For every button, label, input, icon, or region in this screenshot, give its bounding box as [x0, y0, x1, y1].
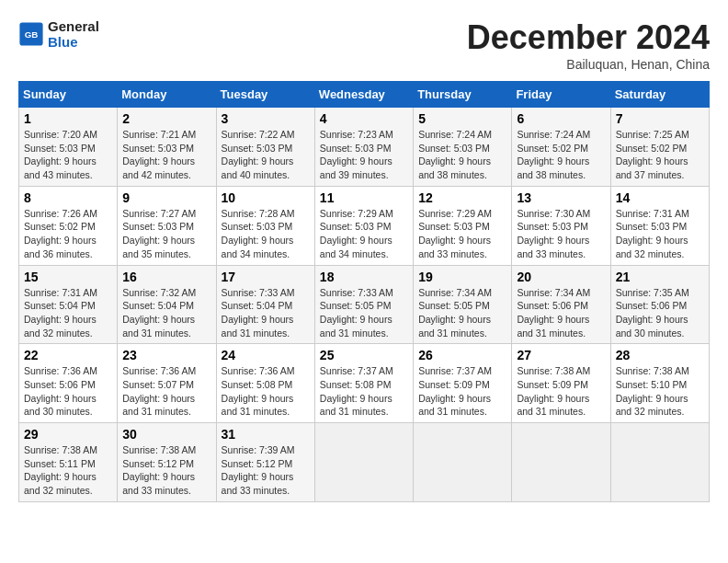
calendar-cell: 30 Sunrise: 7:38 AM Sunset: 5:12 PM Dayl… [118, 423, 216, 502]
day-number: 17 [222, 270, 310, 284]
calendar-cell: 1 Sunrise: 7:20 AM Sunset: 5:03 PM Dayli… [19, 108, 118, 187]
day-number: 4 [320, 111, 408, 126]
calendar-cell: 14 Sunrise: 7:31 AM Sunset: 5:03 PM Dayl… [610, 186, 709, 265]
day-info: Sunrise: 7:30 AM Sunset: 5:03 PM Dayligh… [517, 207, 605, 261]
day-number: 14 [616, 190, 704, 205]
col-header-thursday: Thursday [414, 82, 512, 108]
col-header-wednesday: Wednesday [314, 82, 413, 108]
calendar-cell: 20 Sunrise: 7:34 AM Sunset: 5:06 PM Dayl… [512, 265, 610, 344]
calendar-cell: 6 Sunrise: 7:24 AM Sunset: 5:02 PM Dayli… [512, 108, 610, 187]
day-number: 8 [24, 190, 112, 205]
logo: GB General Blue [18, 18, 99, 50]
col-header-tuesday: Tuesday [216, 82, 314, 108]
day-info: Sunrise: 7:27 AM Sunset: 5:03 PM Dayligh… [122, 207, 210, 261]
day-info: Sunrise: 7:34 AM Sunset: 5:06 PM Dayligh… [517, 286, 605, 340]
day-number: 24 [222, 348, 310, 362]
calendar-cell: 10 Sunrise: 7:28 AM Sunset: 5:03 PM Dayl… [216, 186, 314, 265]
calendar-cell: 19 Sunrise: 7:34 AM Sunset: 5:05 PM Dayl… [414, 265, 512, 344]
day-info: Sunrise: 7:38 AM Sunset: 5:09 PM Dayligh… [517, 364, 605, 419]
calendar-cell: 11 Sunrise: 7:29 AM Sunset: 5:03 PM Dayl… [314, 186, 413, 265]
day-info: Sunrise: 7:38 AM Sunset: 5:10 PM Dayligh… [616, 364, 704, 419]
calendar-cell: 12 Sunrise: 7:29 AM Sunset: 5:03 PM Dayl… [414, 186, 512, 265]
calendar-cell: 8 Sunrise: 7:26 AM Sunset: 5:02 PM Dayli… [19, 186, 118, 265]
day-info: Sunrise: 7:38 AM Sunset: 5:11 PM Dayligh… [24, 443, 112, 498]
calendar-table: SundayMondayTuesdayWednesdayThursdayFrid… [18, 81, 710, 502]
day-number: 16 [122, 270, 210, 284]
day-number: 12 [418, 190, 506, 205]
page-header: GB General Blue December 2024 Bailuquan,… [18, 18, 710, 72]
day-number: 15 [24, 270, 112, 284]
calendar-cell: 13 Sunrise: 7:30 AM Sunset: 5:03 PM Dayl… [512, 186, 610, 265]
day-number: 3 [222, 111, 310, 126]
calendar-cell [512, 423, 610, 502]
day-number: 30 [122, 427, 210, 442]
day-number: 5 [418, 111, 506, 126]
day-number: 22 [24, 348, 112, 362]
col-header-monday: Monday [118, 82, 216, 108]
day-info: Sunrise: 7:24 AM Sunset: 5:02 PM Dayligh… [517, 128, 605, 182]
day-info: Sunrise: 7:36 AM Sunset: 5:08 PM Dayligh… [222, 364, 310, 419]
day-number: 11 [320, 190, 408, 205]
day-info: Sunrise: 7:31 AM Sunset: 5:04 PM Dayligh… [24, 286, 112, 340]
day-info: Sunrise: 7:33 AM Sunset: 5:05 PM Dayligh… [320, 286, 408, 340]
calendar-cell: 24 Sunrise: 7:36 AM Sunset: 5:08 PM Dayl… [216, 344, 314, 423]
day-info: Sunrise: 7:38 AM Sunset: 5:12 PM Dayligh… [122, 443, 210, 498]
day-number: 26 [418, 348, 506, 362]
day-info: Sunrise: 7:29 AM Sunset: 5:03 PM Dayligh… [320, 207, 408, 261]
calendar-cell: 27 Sunrise: 7:38 AM Sunset: 5:09 PM Dayl… [512, 344, 610, 423]
calendar-cell: 26 Sunrise: 7:37 AM Sunset: 5:09 PM Dayl… [414, 344, 512, 423]
day-info: Sunrise: 7:23 AM Sunset: 5:03 PM Dayligh… [320, 128, 408, 182]
day-number: 19 [418, 270, 506, 284]
day-info: Sunrise: 7:36 AM Sunset: 5:07 PM Dayligh… [122, 364, 210, 419]
logo-line2: Blue [48, 34, 99, 50]
day-info: Sunrise: 7:36 AM Sunset: 5:06 PM Dayligh… [24, 364, 112, 419]
location-subtitle: Bailuquan, Henan, China [467, 57, 710, 72]
col-header-friday: Friday [512, 82, 610, 108]
day-info: Sunrise: 7:37 AM Sunset: 5:09 PM Dayligh… [418, 364, 506, 419]
calendar-cell: 7 Sunrise: 7:25 AM Sunset: 5:02 PM Dayli… [610, 108, 709, 187]
col-header-sunday: Sunday [19, 82, 118, 108]
calendar-cell: 31 Sunrise: 7:39 AM Sunset: 5:12 PM Dayl… [216, 423, 314, 502]
day-number: 10 [222, 190, 310, 205]
day-info: Sunrise: 7:25 AM Sunset: 5:02 PM Dayligh… [616, 128, 704, 182]
calendar-cell: 21 Sunrise: 7:35 AM Sunset: 5:06 PM Dayl… [610, 265, 709, 344]
day-number: 20 [517, 270, 605, 284]
calendar-cell: 15 Sunrise: 7:31 AM Sunset: 5:04 PM Dayl… [19, 265, 118, 344]
day-number: 1 [24, 111, 112, 126]
calendar-cell: 28 Sunrise: 7:38 AM Sunset: 5:10 PM Dayl… [610, 344, 709, 423]
day-info: Sunrise: 7:31 AM Sunset: 5:03 PM Dayligh… [616, 207, 704, 261]
calendar-cell: 5 Sunrise: 7:24 AM Sunset: 5:03 PM Dayli… [414, 108, 512, 187]
day-info: Sunrise: 7:29 AM Sunset: 5:03 PM Dayligh… [418, 207, 506, 261]
day-number: 21 [616, 270, 704, 284]
day-info: Sunrise: 7:33 AM Sunset: 5:04 PM Dayligh… [222, 286, 310, 340]
day-number: 28 [616, 348, 704, 362]
day-info: Sunrise: 7:28 AM Sunset: 5:03 PM Dayligh… [222, 207, 310, 261]
calendar-cell: 17 Sunrise: 7:33 AM Sunset: 5:04 PM Dayl… [216, 265, 314, 344]
calendar-cell: 3 Sunrise: 7:22 AM Sunset: 5:03 PM Dayli… [216, 108, 314, 187]
logo-icon: GB [18, 21, 44, 47]
calendar-cell [610, 423, 709, 502]
calendar-cell: 25 Sunrise: 7:37 AM Sunset: 5:08 PM Dayl… [314, 344, 413, 423]
day-number: 13 [517, 190, 605, 205]
month-title: December 2024 [467, 18, 710, 57]
day-info: Sunrise: 7:34 AM Sunset: 5:05 PM Dayligh… [418, 286, 506, 340]
calendar-cell: 29 Sunrise: 7:38 AM Sunset: 5:11 PM Dayl… [19, 423, 118, 502]
day-number: 6 [517, 111, 605, 126]
day-number: 18 [320, 270, 408, 284]
day-info: Sunrise: 7:21 AM Sunset: 5:03 PM Dayligh… [122, 128, 210, 182]
day-number: 9 [122, 190, 210, 205]
day-number: 25 [320, 348, 408, 362]
title-block: December 2024 Bailuquan, Henan, China [467, 18, 710, 72]
calendar-cell: 16 Sunrise: 7:32 AM Sunset: 5:04 PM Dayl… [118, 265, 216, 344]
calendar-cell [414, 423, 512, 502]
calendar-cell: 22 Sunrise: 7:36 AM Sunset: 5:06 PM Dayl… [19, 344, 118, 423]
day-number: 7 [616, 111, 704, 126]
svg-text:GB: GB [25, 29, 39, 40]
calendar-cell: 2 Sunrise: 7:21 AM Sunset: 5:03 PM Dayli… [118, 108, 216, 187]
day-info: Sunrise: 7:37 AM Sunset: 5:08 PM Dayligh… [320, 364, 408, 419]
logo-line1: General [48, 18, 99, 34]
day-number: 2 [122, 111, 210, 126]
day-number: 27 [517, 348, 605, 362]
day-number: 31 [222, 427, 310, 442]
day-info: Sunrise: 7:22 AM Sunset: 5:03 PM Dayligh… [222, 128, 310, 182]
